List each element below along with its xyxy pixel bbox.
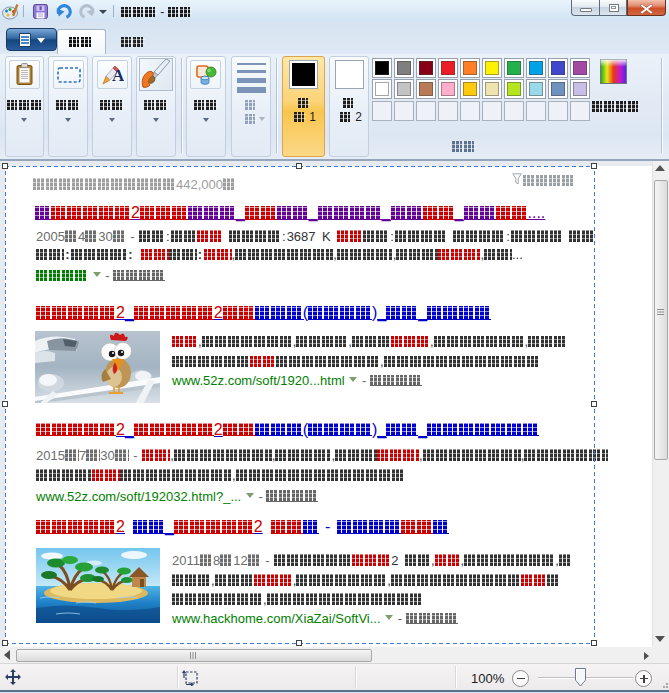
svg-text:A: A <box>112 66 124 85</box>
